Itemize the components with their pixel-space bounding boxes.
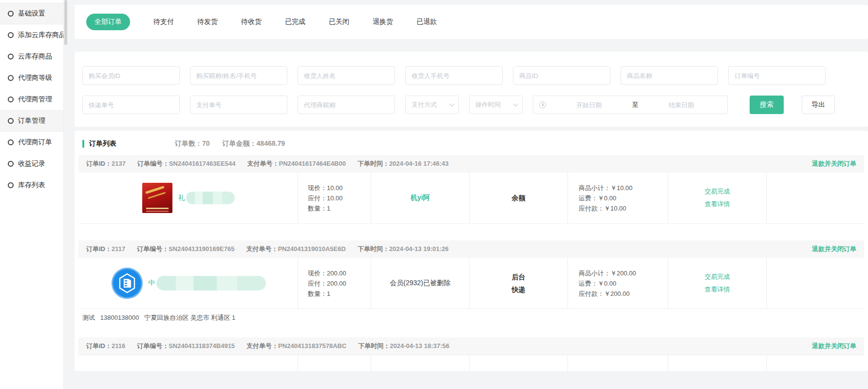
sidebar-item-label: 云库存商品 (18, 52, 52, 61)
actions-cell: 交易完成 查看详情 (668, 258, 766, 309)
tab-returns[interactable]: 退换货 (373, 18, 393, 26)
filter-row-2: 支付方式 操作时间 至 搜索 导出 (82, 96, 860, 114)
product-name-text: 中 (149, 279, 155, 288)
price-cell (298, 355, 371, 371)
sidebar-item-label: 代理商管理 (18, 95, 52, 104)
order-no: 订单编号：SN24041617463EE544 (137, 159, 236, 168)
actions-cell (668, 355, 766, 371)
agent-nickname-input[interactable] (298, 96, 395, 114)
scrollbar-thumb[interactable] (64, 0, 67, 45)
export-button[interactable]: 导出 (802, 96, 835, 114)
tab-pending-payment[interactable]: 待支付 (153, 18, 174, 26)
tab-refunded[interactable]: 已退款 (416, 18, 437, 26)
tab-pending-shipment[interactable]: 待发货 (197, 18, 218, 26)
pay-method-cell (469, 355, 567, 371)
sidebar-item-order-manage[interactable]: 订单管理 (0, 110, 63, 132)
filter-row-1 (82, 66, 860, 85)
product-cell (78, 355, 298, 371)
tab-completed[interactable]: 已完成 (285, 18, 305, 26)
list-title: 订单列表 (89, 139, 116, 148)
amounts-cell: 商品小计：￥10.00 运费：￥0.00 应付款：￥10.00 (567, 173, 668, 223)
chevron-down-icon (450, 101, 454, 106)
receiver-name-input[interactable] (298, 66, 395, 85)
buyer-deleted-text: 会员(2932)已被删除 (390, 279, 450, 288)
product-name-input[interactable] (621, 66, 718, 85)
payable-price: 应付：10.00 (308, 193, 367, 203)
actions-cell: 交易完成 查看详情 (668, 173, 766, 223)
sidebar-item-label: 代理商等级 (18, 74, 52, 82)
search-button[interactable]: 搜索 (750, 96, 784, 114)
payment-no: 支付单号：PN2404131837578ABC (246, 342, 346, 350)
end-date-input[interactable] (642, 101, 722, 109)
complete-trade-link[interactable]: 交易完成 (705, 185, 730, 198)
view-details-link[interactable]: 查看详情 (705, 198, 730, 211)
tab-pending-receipt[interactable]: 待收货 (241, 18, 262, 26)
order-row-partial (78, 355, 864, 371)
shipping-address: 测试 13800138000 宁夏回族自治区 吴忠市 利通区 1 (78, 309, 864, 324)
order-header: 订单ID：2116 订单编号：SN24041318374B4915 支付单号：P… (78, 337, 864, 355)
order-time: 下单时间：2024-04-16 17:46:43 (358, 159, 449, 168)
date-range-picker[interactable]: 至 (533, 96, 728, 114)
order-id: 订单ID：2117 (86, 245, 125, 253)
sidebar-item-stock-list[interactable]: 库存列表 (0, 175, 63, 196)
redacted-text (186, 192, 235, 204)
price-cell: 现价：10.00 应付：10.00 数量：1 (298, 173, 371, 223)
complete-trade-link[interactable]: 交易完成 (705, 271, 730, 283)
sidebar-item-earnings[interactable]: 收益记录 (0, 153, 63, 175)
tab-all-orders[interactable]: 全部订单 (86, 14, 130, 30)
sidebar-item-agent-level[interactable]: 代理商等级 (0, 67, 63, 89)
refund-close-link[interactable]: 退款并关闭订单 (812, 342, 856, 350)
product-name: 中 (149, 276, 266, 291)
order-block: 订单ID：2116 订单编号：SN24041318374B4915 支付单号：P… (78, 337, 864, 371)
sidebar-item-label: 订单管理 (18, 117, 45, 125)
order-row: 礼 现价：10.00 应付：10.00 数量：1 机yi阿 余额 (78, 173, 864, 224)
start-date-input[interactable] (549, 101, 629, 109)
tracking-no-input[interactable] (82, 96, 180, 114)
view-details-link[interactable]: 查看详情 (705, 283, 730, 296)
select-placeholder: 支付方式 (412, 100, 437, 109)
sidebar-item-add-cloud-stock[interactable]: 添加云库存商品 (0, 24, 63, 46)
refund-close-link[interactable]: 退款并关闭订单 (812, 159, 856, 168)
product-name-text: 礼 (178, 194, 185, 202)
payment-method-select[interactable]: 支付方式 (405, 96, 459, 114)
operate-time-select[interactable]: 操作时间 (469, 96, 523, 114)
amounts-cell (567, 355, 668, 371)
refund-close-link[interactable]: 退款并关闭订单 (812, 245, 856, 253)
sidebar-item-cloud-stock[interactable]: 云库存商品 (0, 46, 63, 67)
receiver-phone-input[interactable] (405, 66, 503, 85)
sidebar-item-agent-orders[interactable]: 代理商订单 (0, 132, 63, 153)
product-cell: 中 (78, 258, 298, 309)
app: 基础设置 添加云库存商品 云库存商品 代理商等级 代理商管理 订单管理 代理商订… (0, 0, 868, 389)
order-time: 下单时间：2024-04-13 18:37:56 (358, 342, 449, 350)
shipping-fee: 运费：￥0.00 (579, 278, 664, 289)
order-id: 订单ID：2137 (86, 159, 126, 168)
sidebar-item-basic-settings[interactable]: 基础设置 (0, 3, 63, 24)
empty-cell (766, 173, 864, 223)
order-header: 订单ID：2137 订单编号：SN24041617463EE544 支付单号：P… (78, 155, 864, 173)
order-amount-stat: 订单金额：48468.79 (223, 139, 285, 148)
red-poster-image (142, 183, 172, 213)
chevron-down-icon (513, 101, 518, 106)
payment-no-input[interactable] (190, 96, 287, 114)
buyer-name-link[interactable]: 机yi阿 (411, 194, 430, 202)
buyer-nickname-input[interactable] (190, 66, 287, 85)
product-id-input[interactable] (513, 66, 610, 85)
accent-bar (82, 140, 84, 148)
buyer-member-id-input[interactable] (82, 66, 180, 85)
amount-due: 应付款：￥10.00 (579, 203, 664, 214)
sidebar-scrollbar[interactable] (63, 0, 67, 389)
payment-no: 支付单号：PN24041617464E4B00 (247, 159, 346, 168)
order-header: 订单ID：2117 订单编号：SN240413190169E765 支付单号：P… (78, 240, 864, 258)
order-time: 下单时间：2024-04-13 19:01:26 (358, 245, 449, 253)
main-content: 全部订单 待支付 待发货 待收货 已完成 已关闭 退换货 已退款 (67, 0, 868, 389)
tab-closed[interactable]: 已关闭 (329, 18, 349, 26)
order-list-header: 订单列表 订单数：70 订单金额：48468.79 (78, 136, 864, 155)
date-range-separator: 至 (632, 100, 639, 109)
order-no-input[interactable] (728, 66, 826, 85)
empty-cell (766, 355, 864, 371)
price-cell: 现价：200.00 应付：200.00 数量：1 (298, 258, 371, 309)
order-count-stat: 订单数：70 (175, 139, 210, 148)
radio-circle-icon (8, 32, 14, 38)
order-no: 订单编号：SN240413190169E765 (137, 245, 234, 253)
sidebar-item-agent-manage[interactable]: 代理商管理 (0, 89, 63, 110)
